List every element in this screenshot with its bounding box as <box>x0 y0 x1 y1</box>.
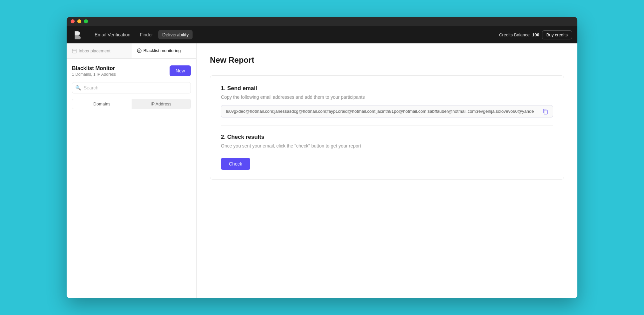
minimize-btn[interactable] <box>77 19 81 23</box>
page-title: New Report <box>210 55 564 65</box>
sidebar-header: Blacklist Monitor 1 Domains, 1 IP Addres… <box>72 65 191 77</box>
nav-finder[interactable]: Finder <box>136 30 157 39</box>
copy-button[interactable] <box>541 107 550 116</box>
email-addresses-field[interactable] <box>221 105 553 117</box>
tab-inbox-placement[interactable]: Inbox placement <box>67 43 132 58</box>
app-window: Email Verification Finder Deliverability… <box>67 17 577 298</box>
svg-rect-2 <box>544 110 547 114</box>
main-area: Inbox placement Blacklist monitoring Bla… <box>67 43 577 298</box>
close-btn[interactable] <box>71 19 75 23</box>
step-2: 2. Check results Once you sent your emai… <box>221 134 553 170</box>
sidebar-content: Blacklist Monitor 1 Domains, 1 IP Addres… <box>67 59 196 298</box>
step2-title: 2. Check results <box>221 134 553 140</box>
navbar-right: Credits Balance 100 Buy credits <box>499 30 572 39</box>
svg-point-1 <box>137 49 141 53</box>
filter-tabs: Domains IP Address <box>72 99 191 109</box>
search-icon: 🔍 <box>75 85 81 90</box>
tab-blacklist-monitoring[interactable]: Blacklist monitoring <box>132 43 197 58</box>
section-divider <box>221 125 553 126</box>
buy-credits-button[interactable]: Buy credits <box>542 30 572 39</box>
monitor-title: Blacklist Monitor <box>72 65 116 71</box>
filter-tab-domains[interactable]: Domains <box>72 99 132 109</box>
nav-email-verification[interactable]: Email Verification <box>91 30 134 39</box>
monitor-subtitle: 1 Domains, 1 IP Address <box>72 72 116 77</box>
sidebar: Inbox placement Blacklist monitoring Bla… <box>67 43 197 298</box>
svg-rect-0 <box>72 49 76 53</box>
step-1: 1. Send email Copy the following email a… <box>221 85 553 117</box>
nav-deliverability[interactable]: Deliverability <box>158 30 193 39</box>
report-card: 1. Send email Copy the following email a… <box>210 75 564 180</box>
email-field-wrapper <box>221 105 553 117</box>
main-content: New Report 1. Send email Copy the follow… <box>197 43 577 298</box>
search-box: 🔍 <box>72 82 191 93</box>
step1-description: Copy the following email addresses and a… <box>221 94 553 100</box>
maximize-btn[interactable] <box>84 19 88 23</box>
titlebar <box>67 17 577 26</box>
credits-label: Credits Balance 100 <box>499 32 539 37</box>
app-logo <box>72 29 83 40</box>
sidebar-tab-bar: Inbox placement Blacklist monitoring <box>67 43 196 59</box>
step1-title: 1. Send email <box>221 85 553 92</box>
search-input[interactable] <box>72 82 191 93</box>
filter-tab-ip-address[interactable]: IP Address <box>132 99 191 109</box>
monitor-info: Blacklist Monitor 1 Domains, 1 IP Addres… <box>72 65 116 77</box>
check-button[interactable]: Check <box>221 158 250 170</box>
step2-description: Once you sent your email, click the "che… <box>221 143 553 148</box>
navbar: Email Verification Finder Deliverability… <box>67 26 577 43</box>
nav-links: Email Verification Finder Deliverability <box>91 30 499 39</box>
new-report-button[interactable]: New <box>170 65 191 76</box>
